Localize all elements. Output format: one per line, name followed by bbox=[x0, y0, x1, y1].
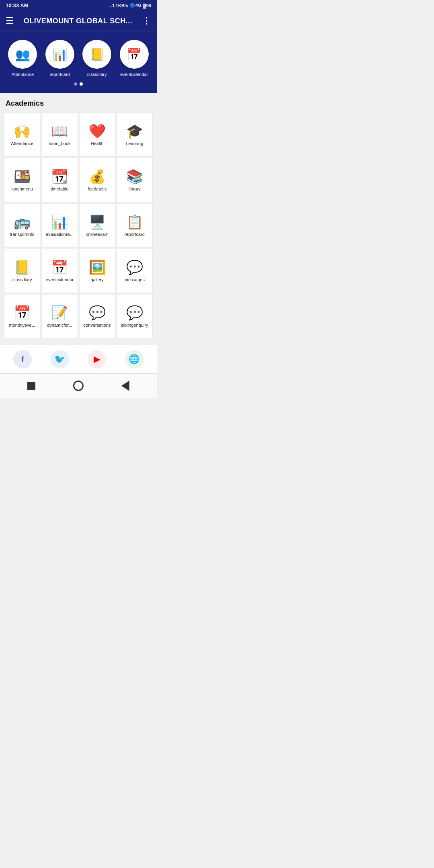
library-icon: 📚 bbox=[126, 170, 143, 183]
gallery-label: gallery bbox=[90, 277, 103, 283]
grid-item-siblingenquiry[interactable]: 💬 siblingenquiry bbox=[117, 294, 153, 338]
dot-2[interactable] bbox=[80, 82, 83, 86]
eventcalendar-label: eventcalendar bbox=[46, 277, 74, 283]
grid-item-transportinfo[interactable]: 🚌 transportinfo bbox=[4, 203, 40, 248]
library-label: library bbox=[129, 186, 141, 192]
conversations-label: conversations bbox=[84, 323, 111, 328]
grid-item-health[interactable]: ❤️ Health bbox=[79, 113, 115, 157]
grid-item-classdiary[interactable]: 📒 classdiary bbox=[4, 249, 40, 293]
social-footer: f 🐦 ▶ 🌐 bbox=[0, 345, 157, 373]
transportinfo-label: transportinfo bbox=[10, 232, 35, 237]
lunchmenu-icon: 🍱 bbox=[14, 170, 31, 183]
grid-item-attendance[interactable]: 🙌 Attendance bbox=[4, 113, 40, 157]
carousel-label-eventcalendar: eventcalendar bbox=[120, 72, 148, 77]
carousel-label-classdiary: classdiary bbox=[87, 72, 107, 77]
onlineexam-label: onlineexam bbox=[86, 232, 108, 237]
website-button[interactable]: 🌐 bbox=[125, 350, 143, 368]
feedetails-icon: 💰 bbox=[89, 170, 106, 183]
monthlyevents-label: monthlyeve... bbox=[9, 323, 35, 328]
facebook-button[interactable]: f bbox=[13, 350, 32, 368]
siblingenquiry-icon: 💬 bbox=[126, 306, 143, 319]
carousel-item-eventcalendar[interactable]: 📅 eventcalendar bbox=[120, 40, 149, 77]
website-icon: 🌐 bbox=[129, 354, 139, 364]
grid-item-messages[interactable]: 💬 messages bbox=[117, 249, 153, 293]
carousel-item-classdiary[interactable]: 📒 classdiary bbox=[82, 40, 111, 77]
carousel-icon-eventcalendar: 📅 bbox=[120, 40, 149, 69]
twitter-icon: 🐦 bbox=[54, 354, 65, 364]
status-bar: 10:33 AM ...1.1KB/s 🔵4G ▓96 bbox=[0, 0, 157, 11]
academics-grid: 🙌 Attendance 📖 hand_book ❤️ Health 🎓 Lea… bbox=[4, 113, 153, 338]
handbook-icon: 📖 bbox=[51, 124, 68, 138]
nav-back-button[interactable] bbox=[117, 378, 133, 394]
grid-item-handbook[interactable]: 📖 hand_book bbox=[41, 113, 78, 157]
grid-item-library[interactable]: 📚 library bbox=[117, 158, 153, 202]
grid-item-gallery[interactable]: 🖼️ gallery bbox=[79, 249, 115, 293]
status-right: ...1.1KB/s 🔵4G ▓96 bbox=[108, 3, 151, 8]
app-bar: ☰ OLIVEMOUNT GLOBAL SCH... ⋮ bbox=[0, 11, 157, 31]
eventcalendar-icon: 📅 bbox=[51, 260, 68, 274]
nav-circle-icon bbox=[73, 381, 84, 391]
gallery-icon: 🖼️ bbox=[89, 260, 106, 274]
carousel: 👥 Attendance 📊 reportcard 📒 classdiary 📅… bbox=[0, 32, 157, 93]
grid-item-evaluationreport[interactable]: 📊 evaluationre... bbox=[41, 203, 78, 248]
carousel-item-reportcard[interactable]: 📊 reportcard bbox=[45, 40, 74, 77]
grid-item-timetable[interactable]: 📆 timetable bbox=[41, 158, 78, 202]
network-speed: ...1.1KB/s bbox=[108, 3, 129, 8]
messages-icon: 💬 bbox=[126, 260, 143, 274]
nav-square-button[interactable] bbox=[23, 378, 39, 394]
dot-1[interactable] bbox=[74, 82, 77, 86]
network-type: 🔵4G bbox=[130, 3, 141, 8]
carousel-item-attendance[interactable]: 👥 Attendance bbox=[8, 40, 37, 77]
timetable-icon: 📆 bbox=[51, 170, 68, 183]
learning-label: Learning bbox=[126, 141, 143, 146]
attendance-icon: 🙌 bbox=[14, 124, 31, 138]
attendance-label: Attendance bbox=[11, 141, 33, 146]
youtube-button[interactable]: ▶ bbox=[88, 350, 106, 368]
feedetails-label: feedetails bbox=[88, 186, 106, 192]
messages-label: messages bbox=[125, 277, 145, 283]
reportcard-icon: 📋 bbox=[126, 215, 143, 229]
lunchmenu-label: lunchmenu bbox=[11, 186, 33, 192]
grid-item-monthlyevents[interactable]: 📅 monthlyeve... bbox=[4, 294, 40, 338]
grid-item-reportcard[interactable]: 📋 reportcard bbox=[117, 203, 153, 248]
evaluationreport-icon: 📊 bbox=[51, 215, 68, 229]
grid-item-feedetails[interactable]: 💰 feedetails bbox=[79, 158, 115, 202]
health-label: Health bbox=[91, 141, 104, 146]
academics-section: Academics 🙌 Attendance 📖 hand_book ❤️ He… bbox=[0, 93, 157, 342]
grid-item-conversations[interactable]: 💬 conversations bbox=[79, 294, 115, 338]
dynamicform-label: dynamicfor... bbox=[47, 323, 72, 328]
battery-level: ▓96 bbox=[143, 3, 151, 8]
health-icon: ❤️ bbox=[89, 124, 106, 138]
grid-item-onlineexam[interactable]: 🖥️ onlineexam bbox=[79, 203, 115, 248]
nav-square-icon bbox=[27, 382, 35, 390]
facebook-icon: f bbox=[21, 355, 24, 364]
nav-home-button[interactable] bbox=[70, 378, 86, 394]
classdiary-label: classdiary bbox=[12, 277, 32, 283]
grid-item-dynamicform[interactable]: 📝 dynamicfor... bbox=[41, 294, 78, 338]
onlineexam-icon: 🖥️ bbox=[89, 215, 106, 229]
carousel-icon-classdiary: 📒 bbox=[82, 40, 111, 69]
app-title: OLIVEMOUNT GLOBAL SCH... bbox=[18, 17, 137, 25]
grid-item-eventcalendar[interactable]: 📅 eventcalendar bbox=[41, 249, 78, 293]
transportinfo-icon: 🚌 bbox=[14, 215, 31, 229]
timetable-label: timetable bbox=[51, 186, 69, 192]
carousel-icon-attendance: 👥 bbox=[8, 40, 37, 69]
evaluationreport-label: evaluationre... bbox=[46, 232, 74, 237]
carousel-label-reportcard: reportcard bbox=[50, 72, 70, 77]
carousel-label-attendance: Attendance bbox=[11, 72, 34, 77]
conversations-icon: 💬 bbox=[89, 306, 106, 319]
classdiary-icon: 📒 bbox=[14, 260, 31, 274]
twitter-button[interactable]: 🐦 bbox=[51, 350, 69, 368]
menu-icon[interactable]: ☰ bbox=[6, 16, 14, 26]
carousel-items: 👥 Attendance 📊 reportcard 📒 classdiary 📅… bbox=[4, 40, 153, 77]
monthlyevents-icon: 📅 bbox=[14, 306, 31, 319]
more-options-icon[interactable]: ⋮ bbox=[142, 16, 151, 26]
status-time: 10:33 AM bbox=[6, 2, 29, 8]
grid-item-learning[interactable]: 🎓 Learning bbox=[117, 113, 153, 157]
reportcard-label: reportcard bbox=[125, 232, 145, 237]
youtube-icon: ▶ bbox=[94, 354, 100, 364]
handbook-label: hand_book bbox=[49, 141, 70, 146]
carousel-dots bbox=[4, 82, 153, 89]
learning-icon: 🎓 bbox=[126, 124, 143, 138]
grid-item-lunchmenu[interactable]: 🍱 lunchmenu bbox=[4, 158, 40, 202]
